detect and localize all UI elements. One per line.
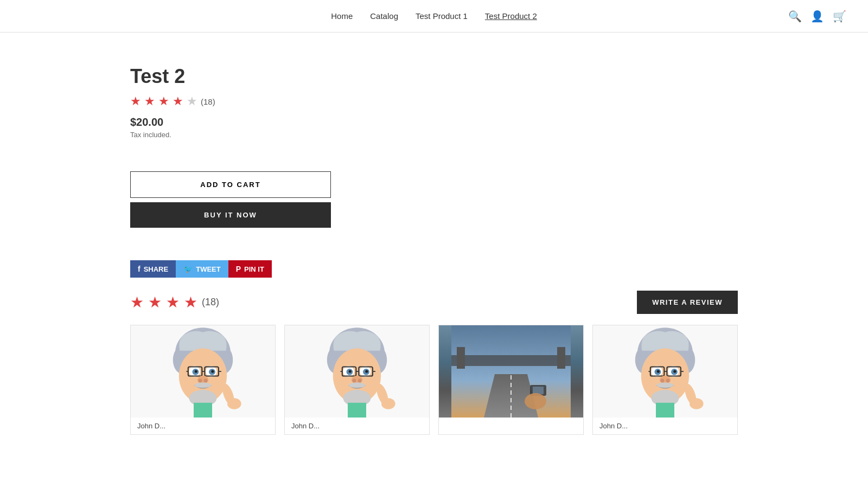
facebook-share-label: SHARE — [144, 265, 169, 273]
svg-point-31 — [349, 370, 352, 373]
svg-rect-48 — [451, 355, 571, 366]
svg-point-73 — [657, 382, 674, 388]
star-1: ★ — [130, 94, 141, 108]
reviewer-name-3 — [439, 418, 583, 426]
review-avatar-4 — [593, 325, 737, 418]
review-avatar-1 — [131, 325, 275, 418]
svg-rect-43 — [348, 403, 366, 418]
product-review-count: (18) — [201, 97, 215, 106]
reviewer-name-2: John D... — [285, 418, 429, 434]
svg-point-72 — [666, 379, 670, 383]
reviewer-name-1: John D... — [131, 418, 275, 434]
review-star-3: ★ — [166, 293, 180, 311]
pinterest-share-label: PIN IT — [244, 265, 264, 273]
add-to-cart-button[interactable]: ADD TO CART — [130, 171, 331, 198]
twitter-icon: 🐦 — [183, 265, 193, 273]
reviews-count: (18) — [202, 297, 219, 308]
svg-rect-49 — [457, 347, 465, 369]
product-price: $20.00 — [130, 116, 738, 129]
nav-catalog[interactable]: Catalog — [370, 11, 398, 21]
reviews-grid: John D... — [130, 325, 738, 435]
review-star-1: ★ — [130, 293, 144, 311]
svg-rect-53 — [533, 387, 544, 394]
reviews-header: ★ ★ ★ ★ (18) WRITE A REVIEW — [130, 291, 738, 314]
pinterest-icon: P — [236, 265, 241, 273]
site-header: Home Catalog Test Product 1 Test Product… — [0, 0, 868, 33]
svg-point-40 — [358, 379, 362, 383]
svg-point-32 — [365, 370, 368, 373]
svg-point-54 — [525, 393, 546, 409]
buy-it-now-button[interactable]: BUY IT NOW — [130, 202, 331, 228]
star-2: ★ — [144, 94, 155, 108]
road-scene — [439, 325, 583, 418]
star-3: ★ — [158, 94, 169, 108]
cart-icon[interactable]: 🛒 — [833, 10, 846, 23]
write-review-button[interactable]: WRITE A REVIEW — [637, 291, 738, 314]
svg-point-22 — [227, 398, 241, 409]
einstein-illustration-1 — [131, 325, 275, 418]
nav-product2[interactable]: Test Product 2 — [485, 11, 537, 21]
svg-rect-75 — [656, 403, 674, 418]
twitter-share-button[interactable]: 🐦 TWEET — [176, 260, 228, 278]
svg-point-64 — [673, 370, 676, 373]
star-5: ★ — [187, 94, 197, 108]
reviews-stars-row: ★ ★ ★ ★ (18) — [130, 293, 219, 311]
login-icon[interactable]: 👤 — [810, 10, 824, 23]
svg-point-45 — [381, 398, 395, 409]
svg-point-8 — [195, 370, 197, 373]
einstein-illustration-4 — [593, 325, 737, 418]
twitter-share-label: TWEET — [196, 265, 221, 273]
nav-product1[interactable]: Test Product 1 — [416, 11, 468, 21]
svg-point-63 — [657, 370, 660, 373]
svg-point-77 — [690, 398, 704, 409]
review-card: John D... — [284, 325, 430, 435]
svg-point-17 — [204, 379, 208, 383]
svg-point-16 — [199, 379, 202, 383]
search-icon[interactable]: 🔍 — [788, 10, 802, 23]
main-nav: Home Catalog Test Product 1 Test Product… — [331, 11, 537, 21]
product-tax-info: Tax included. — [130, 131, 738, 139]
svg-point-41 — [349, 382, 366, 388]
star-4: ★ — [173, 94, 183, 108]
review-star-2: ★ — [148, 293, 162, 311]
einstein-illustration-2 — [285, 325, 429, 418]
main-content: Test 2 ★ ★ ★ ★ ★ (18) $20.00 Tax include… — [108, 33, 760, 457]
svg-point-9 — [211, 370, 214, 373]
svg-point-71 — [661, 379, 665, 383]
svg-point-39 — [353, 379, 356, 383]
header-icons: 🔍 👤 🛒 — [788, 10, 846, 23]
svg-rect-50 — [557, 347, 565, 369]
svg-rect-20 — [194, 403, 212, 418]
reviewer-name-4: John D... — [593, 418, 737, 434]
review-avatar-2 — [285, 325, 429, 418]
nav-home[interactable]: Home — [331, 11, 353, 21]
review-card — [438, 325, 584, 435]
pinterest-share-button[interactable]: P PIN IT — [228, 260, 272, 278]
review-card: John D... — [592, 325, 738, 435]
svg-point-18 — [195, 382, 212, 388]
product-title: Test 2 — [130, 65, 738, 88]
social-share-row: f SHARE 🐦 TWEET P PIN IT — [130, 260, 738, 278]
review-photo-3 — [439, 325, 583, 418]
facebook-icon: f — [138, 265, 141, 273]
review-card: John D... — [130, 325, 276, 435]
review-star-4: ★ — [184, 293, 197, 311]
product-rating-row: ★ ★ ★ ★ ★ (18) — [130, 94, 738, 108]
facebook-share-button[interactable]: f SHARE — [130, 260, 176, 278]
